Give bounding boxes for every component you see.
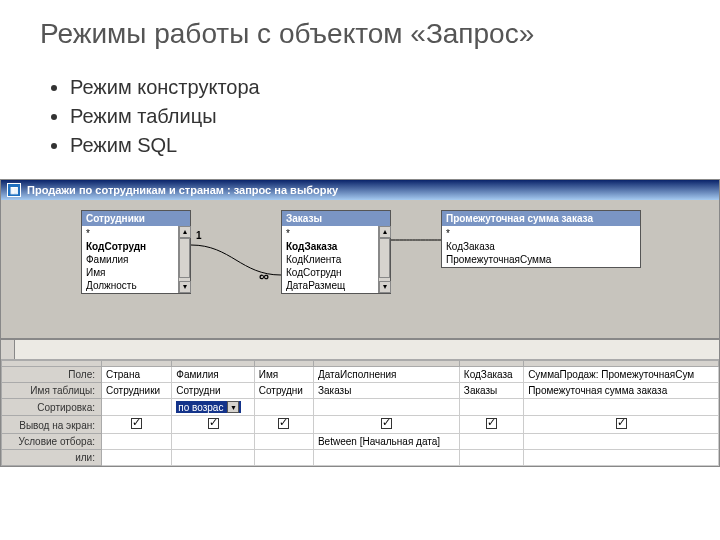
or-cell[interactable] [254,450,313,466]
criteria-cell[interactable] [102,434,172,450]
field-row[interactable]: Имя [82,266,190,279]
field-row[interactable]: КодСотрудн [282,266,390,279]
field-row[interactable]: * [442,227,640,240]
or-cell[interactable] [459,450,523,466]
checkbox-icon[interactable] [131,418,142,429]
field-cell[interactable]: Имя [254,367,313,383]
sort-value: по возрас [178,402,223,413]
row-label-sort: Сортировка: [2,399,102,416]
criteria-cell[interactable] [459,434,523,450]
show-cell[interactable] [102,416,172,434]
table-box-orders[interactable]: Заказы * КодЗаказа КодКлиента КодСотрудн… [281,210,391,294]
or-cell[interactable] [172,450,254,466]
row-label-criteria: Условие отбора: [2,434,102,450]
scrollbar[interactable]: ▴ ▾ [178,226,190,293]
checkbox-icon[interactable] [381,418,392,429]
table-cell[interactable]: Заказы [313,383,459,399]
checkbox-icon[interactable] [616,418,627,429]
bullet-item: Режим конструктора [70,76,720,99]
sort-combo[interactable]: по возрас ▼ [176,401,241,413]
sort-cell[interactable] [313,399,459,416]
row-label-show: Вывод на экран: [2,416,102,434]
scroll-thumb[interactable] [179,238,190,278]
scrollbar[interactable]: ▴ ▾ [378,226,390,293]
or-cell[interactable] [102,450,172,466]
field-row[interactable]: КодЗаказа [282,240,390,253]
sort-cell[interactable]: по возрас ▼ [172,399,254,416]
table-box-subtotals[interactable]: Промежуточная сумма заказа * КодЗаказа П… [441,210,641,268]
field-cell[interactable]: КодЗаказа [459,367,523,383]
app-icon: ▦ [7,183,21,197]
sort-cell[interactable] [102,399,172,416]
table-cell[interactable]: Заказы [459,383,523,399]
show-cell[interactable] [172,416,254,434]
show-cell[interactable] [313,416,459,434]
sort-cell[interactable] [524,399,719,416]
relation-many-label: ∞ [259,268,269,284]
pane-divider[interactable] [1,340,719,360]
bullet-list: Режим конструктора Режим таблицы Режим S… [0,60,720,179]
field-cell[interactable]: СуммаПродаж: ПромежуточнаяСум [524,367,719,383]
or-cell[interactable] [313,450,459,466]
show-cell[interactable] [254,416,313,434]
show-cell[interactable] [459,416,523,434]
scroll-down-icon[interactable]: ▾ [379,281,391,293]
relation-one-label: 1 [196,230,202,241]
criteria-cell[interactable] [524,434,719,450]
table-header[interactable]: Заказы [282,211,390,226]
bullet-item: Режим таблицы [70,105,720,128]
scroll-thumb[interactable] [379,238,390,278]
checkbox-icon[interactable] [208,418,219,429]
query-designer-window: ▦ Продажи по сотрудникам и странам : зап… [0,179,720,467]
sort-cell[interactable] [459,399,523,416]
scroll-up-icon[interactable]: ▴ [379,226,391,238]
field-cell[interactable]: Фамилия [172,367,254,383]
table-header[interactable]: Промежуточная сумма заказа [442,211,640,226]
field-row[interactable]: Фамилия [82,253,190,266]
scroll-down-icon[interactable]: ▾ [179,281,191,293]
field-cell[interactable]: ДатаИсполнения [313,367,459,383]
criteria-cell[interactable]: Between [Начальная дата] [313,434,459,450]
table-header[interactable]: Сотрудники [82,211,190,226]
show-cell[interactable] [524,416,719,434]
field-row[interactable]: ПромежуточнаяСумма [442,253,640,266]
or-cell[interactable] [524,450,719,466]
criteria-cell[interactable] [172,434,254,450]
checkbox-icon[interactable] [486,418,497,429]
table-box-employees[interactable]: Сотрудники * КодСотрудн Фамилия Имя Долж… [81,210,191,294]
field-row[interactable]: КодСотрудн [82,240,190,253]
relationships-pane[interactable]: Сотрудники * КодСотрудн Фамилия Имя Долж… [1,200,719,340]
window-titlebar[interactable]: ▦ Продажи по сотрудникам и странам : зап… [1,180,719,200]
row-label-field: Поле: [2,367,102,383]
field-cell[interactable]: Страна [102,367,172,383]
sort-cell[interactable] [254,399,313,416]
field-row[interactable]: * [82,227,190,240]
table-cell[interactable]: Сотрудни [254,383,313,399]
bullet-item: Режим SQL [70,134,720,157]
field-row[interactable]: КодЗаказа [442,240,640,253]
criteria-cell[interactable] [254,434,313,450]
field-row[interactable]: * [282,227,390,240]
checkbox-icon[interactable] [278,418,289,429]
table-cell[interactable]: Сотрудники [102,383,172,399]
table-cell[interactable]: Сотрудни [172,383,254,399]
chevron-down-icon[interactable]: ▼ [227,401,239,413]
scroll-up-icon[interactable]: ▴ [179,226,191,238]
row-label-table: Имя таблицы: [2,383,102,399]
row-label-or: или: [2,450,102,466]
field-row[interactable]: ДатаРазмещ [282,279,390,292]
query-grid: Поле: Страна Фамилия Имя ДатаИсполнения … [1,360,719,466]
field-row[interactable]: Должность [82,279,190,292]
slide-title: Режимы работы с объектом «Запрос» [0,0,720,60]
field-row[interactable]: КодКлиента [282,253,390,266]
window-title-text: Продажи по сотрудникам и странам : запро… [27,184,338,196]
table-cell[interactable]: Промежуточная сумма заказа [524,383,719,399]
